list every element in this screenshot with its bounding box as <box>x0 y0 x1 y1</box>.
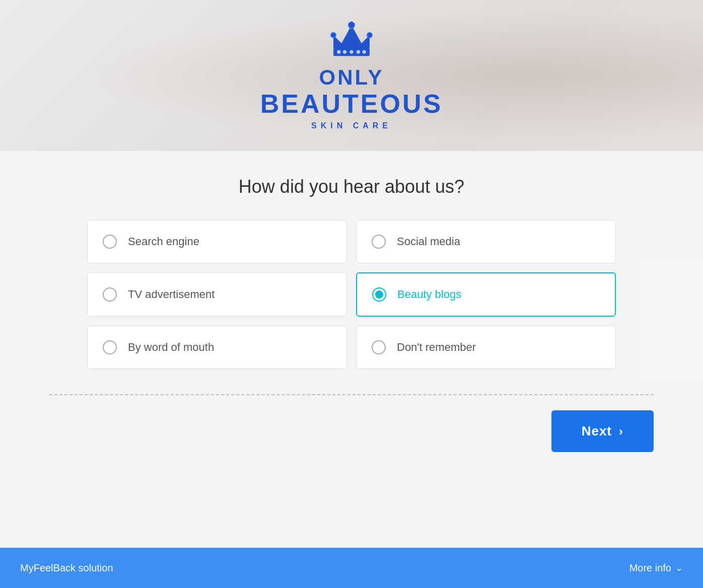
option-dont-remember[interactable]: Don't remember <box>356 326 616 369</box>
brand-logo: ONLY BEAUTEOUS SKIN CARE <box>260 21 443 130</box>
footer-more-info[interactable]: More info ⌄ <box>629 562 683 574</box>
svg-point-9 <box>357 50 360 54</box>
option-label-tv-advertisement: TV advertisement <box>128 288 215 301</box>
svg-point-8 <box>349 50 353 54</box>
radio-by-word-of-mouth <box>103 340 117 354</box>
brand-skincare: SKIN CARE <box>311 121 392 130</box>
radio-tv-advertisement <box>103 287 117 302</box>
options-grid: Search engine Social media TV advertisem… <box>87 220 616 369</box>
radio-search-engine <box>103 235 117 249</box>
hero-header: ONLY BEAUTEOUS SKIN CARE <box>0 0 703 151</box>
chevron-right-icon: › <box>619 424 623 438</box>
brand-name-beauteous: BEAUTEOUS <box>260 90 443 118</box>
option-label-by-word-of-mouth: By word of mouth <box>128 341 214 354</box>
brand-name-only: ONLY <box>319 66 384 89</box>
option-label-beauty-blogs: Beauty blogs <box>397 288 461 301</box>
footer-brand-label: MyFeelBack solution <box>20 562 113 574</box>
section-divider <box>49 394 654 395</box>
svg-point-10 <box>363 50 366 54</box>
option-label-dont-remember: Don't remember <box>397 341 476 354</box>
option-label-search-engine: Search engine <box>128 235 199 248</box>
svg-rect-12 <box>348 23 355 26</box>
option-social-media[interactable]: Social media <box>356 220 616 263</box>
radio-social-media <box>372 235 386 249</box>
button-row: Next › <box>49 410 654 452</box>
footer: MyFeelBack solution More info ⌄ <box>0 548 703 588</box>
more-info-label: More info <box>629 562 671 574</box>
radio-inner-beauty-blogs <box>375 290 383 299</box>
next-button[interactable]: Next › <box>551 410 654 452</box>
survey-area: How did you hear about us? Search engine… <box>0 151 703 548</box>
option-search-engine[interactable]: Search engine <box>87 220 347 263</box>
survey-question: How did you hear about us? <box>239 176 464 197</box>
radio-beauty-blogs <box>372 287 386 302</box>
svg-point-6 <box>337 50 340 54</box>
radio-dont-remember <box>372 340 386 354</box>
crown-icon <box>329 21 374 61</box>
option-tv-advertisement[interactable]: TV advertisement <box>87 272 347 317</box>
option-by-word-of-mouth[interactable]: By word of mouth <box>87 326 347 369</box>
svg-point-2 <box>331 33 336 38</box>
option-beauty-blogs[interactable]: Beauty blogs <box>356 272 616 317</box>
chevron-down-icon: ⌄ <box>675 562 683 573</box>
svg-point-7 <box>343 50 346 54</box>
next-button-label: Next <box>582 423 612 439</box>
option-label-social-media: Social media <box>397 235 460 248</box>
svg-point-5 <box>367 33 373 38</box>
